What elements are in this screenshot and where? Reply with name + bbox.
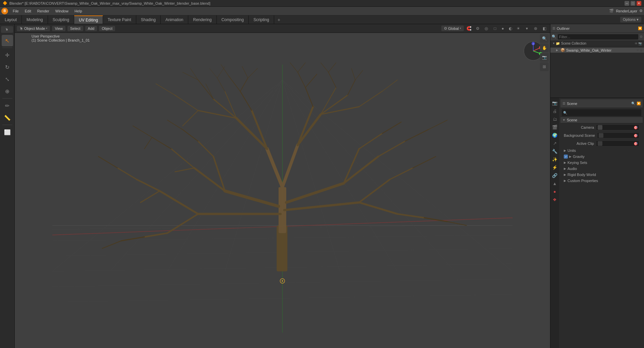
- view-menu[interactable]: View: [52, 26, 65, 31]
- gravity-arrow: ▶: [569, 155, 572, 158]
- camera-picker-icon[interactable]: 🎯: [634, 126, 638, 129]
- modifier-props-icon[interactable]: 🔧: [551, 148, 558, 155]
- menu-render[interactable]: Render: [35, 8, 52, 14]
- audio-section[interactable]: ▶ Audio: [560, 166, 643, 172]
- scene-collection-row[interactable]: ▼ 📁 Scene Collection 👁 📷: [550, 41, 644, 46]
- mode-dropdown-arrow: ▾: [46, 27, 47, 30]
- tab-compositing[interactable]: Compositing: [217, 15, 249, 24]
- properties-panel: 📷 🖨 🗂 🎬 🌍 ↗ 🔧: [550, 98, 644, 348]
- gravity-checkbox[interactable]: ✓: [564, 155, 568, 159]
- proportional-edit[interactable]: ◎: [483, 25, 490, 32]
- workspace-options[interactable]: Options ▾: [620, 17, 641, 22]
- custom-properties-section[interactable]: ▶ Custom Properties: [560, 178, 643, 184]
- props-filter[interactable]: 🔽: [637, 102, 641, 105]
- snap-settings[interactable]: ⚙: [474, 25, 481, 32]
- add-workspace-button[interactable]: +: [274, 16, 284, 24]
- viewport-camera[interactable]: 📷: [540, 53, 549, 62]
- visibility-icon[interactable]: 👁: [635, 42, 638, 45]
- viewport[interactable]: 🖱 Object Mode ▾ View Select Add Object ⊙: [15, 24, 550, 348]
- properties-content: ☰ Scene 🔍 🔽 🔍 ▼ Sc: [559, 98, 644, 348]
- keying-sets-section[interactable]: ▶ Keying Sets: [560, 160, 643, 166]
- rendered-mode[interactable]: ☀: [514, 25, 522, 32]
- measure-tool[interactable]: 📏: [2, 112, 13, 123]
- add-menu[interactable]: Add: [85, 26, 97, 31]
- background-scene-value[interactable]: 🎯: [597, 132, 639, 138]
- active-clip-picker-icon[interactable]: 🎯: [634, 142, 638, 146]
- snap-toggle[interactable]: 🧲: [465, 25, 473, 32]
- tab-rendering[interactable]: Rendering: [188, 15, 216, 24]
- minimize-button[interactable]: ─: [625, 1, 629, 6]
- scene-props-icon[interactable]: 🎬: [551, 123, 558, 131]
- material-props-icon[interactable]: ●: [551, 188, 558, 195]
- mode-selector[interactable]: 🖱: [1, 26, 13, 33]
- data-props-icon[interactable]: ▲: [551, 180, 558, 187]
- shader-props-icon[interactable]: ❖: [551, 196, 558, 203]
- material-mode[interactable]: ◐: [507, 25, 514, 32]
- rotate-tool[interactable]: ↻: [2, 61, 13, 73]
- move-tool[interactable]: ✛: [2, 49, 13, 61]
- menu-edit[interactable]: Edit: [22, 8, 34, 14]
- tab-shading[interactable]: Shading: [136, 15, 161, 24]
- object-props-icon[interactable]: ↗: [551, 139, 558, 147]
- maximize-button[interactable]: □: [631, 1, 635, 6]
- active-clip-value[interactable]: 🎯: [596, 140, 639, 147]
- item-visibility[interactable]: 👁: [636, 49, 639, 52]
- outliner-filter[interactable]: 🔽: [638, 26, 642, 30]
- item-select[interactable]: ◉: [640, 49, 643, 52]
- select-tool[interactable]: ↖: [2, 35, 13, 46]
- tab-uv-editing[interactable]: UV Editing: [74, 15, 103, 24]
- tab-layout[interactable]: Layout: [0, 15, 22, 24]
- viewport-zoom-in[interactable]: 🔍: [540, 34, 549, 43]
- rigid-body-section[interactable]: ▶ Rigid Body World: [560, 172, 643, 178]
- menu-window[interactable]: Window: [53, 8, 71, 14]
- view-layer-props-icon[interactable]: 🗂: [551, 115, 558, 123]
- transform-tool[interactable]: ⊕: [2, 85, 13, 97]
- tab-sculpting[interactable]: Sculpting: [48, 15, 74, 24]
- camera-value[interactable]: 🎯: [596, 124, 639, 130]
- object-menu[interactable]: Object: [99, 26, 115, 31]
- select-menu[interactable]: Select: [67, 26, 83, 31]
- object-mode-selector[interactable]: 🖱 Object Mode ▾: [17, 26, 50, 31]
- outliner-item-swamp[interactable]: ▶ 📦 Swamp_White_Oak_Winter 👁 ◉: [550, 48, 644, 53]
- outliner-search-input[interactable]: [558, 34, 638, 40]
- viewport-projection[interactable]: ⊞: [540, 62, 549, 71]
- tab-animation[interactable]: Animation: [161, 15, 188, 24]
- annotate-tool[interactable]: ✏: [2, 100, 13, 111]
- particles-props-icon[interactable]: ✨: [551, 156, 558, 163]
- outliner-settings[interactable]: ⚙: [640, 35, 643, 39]
- gravity-section[interactable]: ✓ ▶ Gravity: [560, 154, 643, 160]
- svg-text:Z: Z: [533, 43, 534, 45]
- viewport-hand[interactable]: ✋: [540, 44, 549, 52]
- xray-toggle[interactable]: ◧: [541, 25, 548, 32]
- props-search-icon[interactable]: 🔍: [631, 102, 635, 105]
- world-props-icon[interactable]: 🌍: [551, 131, 558, 139]
- scene-section-header[interactable]: ▼ Scene: [560, 117, 643, 123]
- render-visibility-icon[interactable]: 📷: [638, 42, 642, 45]
- scale-tool[interactable]: ⤡: [2, 73, 13, 85]
- units-section[interactable]: ▶ Units: [560, 148, 643, 154]
- solid-mode[interactable]: ●: [499, 25, 506, 32]
- viewport-shading-settings[interactable]: ▾: [523, 25, 531, 32]
- constraints-props-icon[interactable]: 🔗: [551, 172, 558, 179]
- render-settings-icon: ⚙: [639, 9, 643, 13]
- physics-props-icon[interactable]: ⚡: [551, 164, 558, 171]
- outliner-search-bar: 🔍 ⚙: [550, 33, 644, 41]
- tab-texture-paint[interactable]: Texture Paint: [103, 15, 136, 24]
- add-tool[interactable]: ⬜: [2, 126, 13, 138]
- props-search-input[interactable]: [568, 110, 640, 115]
- menu-help[interactable]: Help: [72, 8, 85, 14]
- 3d-scene[interactable]: [15, 42, 550, 348]
- overlay-settings[interactable]: ⊛: [532, 25, 539, 32]
- bg-scene-picker-icon[interactable]: 🎯: [634, 134, 638, 137]
- output-props-icon[interactable]: 🖨: [551, 107, 558, 115]
- menu-file[interactable]: File: [10, 8, 21, 14]
- viewport-header: 🖱 Object Mode ▾ View Select Add Object ⊙: [15, 24, 550, 33]
- wireframe-mode[interactable]: □: [491, 25, 499, 32]
- global-transform[interactable]: ⊙ Global ▾: [441, 25, 464, 31]
- render-props-icon[interactable]: 📷: [551, 99, 558, 107]
- tab-modeling[interactable]: Modeling: [22, 15, 48, 24]
- tab-scripting[interactable]: Scripting: [249, 15, 274, 24]
- bg-scene-icon: [599, 133, 603, 138]
- close-button[interactable]: ✕: [637, 1, 641, 6]
- workspace-tabs: Layout Modeling Sculpting UV Editing Tex…: [0, 15, 644, 24]
